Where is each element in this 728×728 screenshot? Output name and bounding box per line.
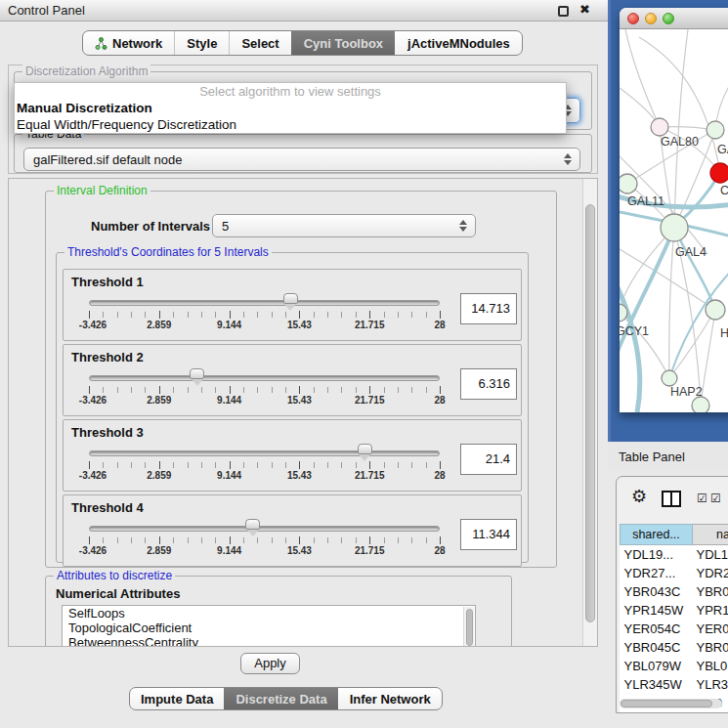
network-node-red-selected[interactable] bbox=[710, 163, 728, 183]
tab-label: Select bbox=[241, 36, 278, 51]
table-cell[interactable]: YER0 bbox=[693, 620, 728, 638]
table-row[interactable]: YBL079WYBL0 bbox=[621, 657, 728, 675]
table-data-combobox[interactable]: galFiltered.sif default node bbox=[23, 148, 580, 171]
network-node-hap2[interactable] bbox=[662, 370, 677, 386]
table-cell[interactable]: YBR0 bbox=[693, 638, 728, 657]
float-window-icon[interactable] bbox=[558, 6, 569, 17]
slider-thumb[interactable] bbox=[190, 368, 204, 379]
network-node-gal4[interactable] bbox=[661, 214, 688, 241]
table-cell[interactable]: YLR345W bbox=[621, 675, 693, 694]
gear-icon[interactable]: ⚙ bbox=[631, 486, 647, 507]
checkbox-icon[interactable]: ☑ bbox=[697, 492, 707, 505]
table-cell[interactable]: YDL1 bbox=[693, 545, 728, 564]
threshold-2-value-field[interactable]: 6.316 bbox=[460, 368, 517, 400]
threshold-1-value-field[interactable]: 14.713 bbox=[460, 293, 517, 324]
close-icon[interactable]: ✖ bbox=[579, 2, 590, 17]
dropdown-option-manual-discretization[interactable]: Manual Discretization bbox=[15, 100, 566, 116]
minimize-traffic-light-icon[interactable] bbox=[645, 13, 657, 24]
tick-label: 2.859 bbox=[147, 395, 171, 406]
slider-thumb[interactable] bbox=[283, 293, 298, 304]
table-cell[interactable]: YLR3 bbox=[693, 675, 728, 694]
tab-impute-data[interactable]: Impute Data bbox=[130, 688, 224, 709]
column-header-name[interactable]: na bbox=[693, 525, 728, 545]
threshold-3-value-field[interactable]: 21.4 bbox=[460, 444, 517, 475]
slider-track[interactable] bbox=[89, 375, 440, 381]
slider-track[interactable] bbox=[89, 450, 440, 456]
tab-infer-network[interactable]: Infer Network bbox=[338, 688, 442, 709]
attribute-list-item[interactable]: TopologicalCoefficient bbox=[63, 621, 475, 635]
slider-track[interactable] bbox=[89, 526, 440, 532]
network-window-titlebar[interactable] bbox=[620, 8, 728, 29]
network-node-h[interactable] bbox=[706, 300, 725, 320]
table-cell[interactable]: YBL0 bbox=[693, 657, 728, 675]
tab-style[interactable]: Style bbox=[174, 31, 229, 55]
checkbox-icon[interactable]: ☑ bbox=[710, 492, 721, 505]
table-row[interactable]: YER054CYER0 bbox=[621, 620, 728, 638]
network-node-gal11[interactable] bbox=[620, 174, 637, 193]
tab-jactivemnodules[interactable]: jActiveMNodules bbox=[395, 31, 522, 55]
network-node-gal80[interactable] bbox=[651, 118, 668, 136]
table-cell[interactable]: YBL079W bbox=[621, 657, 693, 675]
tab-discretize-data[interactable]: Discretize Data bbox=[224, 688, 337, 709]
attributes-group-title: Attributes to discretize bbox=[54, 569, 175, 582]
table-cell[interactable]: YDR27... bbox=[621, 564, 693, 582]
table-panel-titlebar[interactable]: Table Panel bbox=[608, 442, 728, 471]
slider-thumb[interactable] bbox=[358, 444, 372, 454]
network-node-partial[interactable] bbox=[692, 397, 709, 412]
settings-panel-scrollbar[interactable] bbox=[582, 179, 597, 646]
tick-label: 21.715 bbox=[355, 470, 385, 481]
table-cell[interactable]: YER054C bbox=[621, 620, 693, 638]
table-cell[interactable]: YDR2 bbox=[693, 564, 728, 582]
slider-thumb[interactable] bbox=[245, 519, 260, 530]
list-scrollbar[interactable] bbox=[463, 607, 474, 647]
thresholds-group-title: Threshold's Coordinates for 5 Intervals bbox=[64, 245, 272, 259]
network-canvas[interactable]: GAL80 GA C GAL11 GAL4 GCY1 H HAP2 bbox=[620, 29, 728, 412]
dropdown-placeholder-item[interactable]: Select algorithm to view settings bbox=[15, 83, 566, 100]
table-row[interactable]: YPR145WYPR1 bbox=[621, 601, 728, 620]
attribute-list-item[interactable]: BetweennessCentrality bbox=[63, 635, 475, 647]
algorithm-dropdown-popup: Select algorithm to view settings Manual… bbox=[14, 82, 567, 134]
tick-label: 15.43 bbox=[287, 395, 312, 406]
attribute-list-item[interactable]: SelfLoops bbox=[63, 606, 475, 621]
number-of-intervals-spinner[interactable]: 5 bbox=[212, 214, 476, 237]
table-cell[interactable]: YBR0 bbox=[693, 582, 728, 601]
tab-label: Cyni Toolbox bbox=[304, 36, 383, 51]
table-row[interactable]: YDL19...YDL1 bbox=[621, 545, 728, 564]
table-row[interactable]: YDR27...YDR2 bbox=[621, 564, 728, 582]
tick-label: 21.715 bbox=[355, 320, 385, 330]
table-toolbar: ⚙ ☑ ☑ bbox=[617, 477, 728, 522]
threshold-box-4: Threshold 4 -3.426 2.859 9.144 15.43 21.… bbox=[63, 494, 522, 567]
screen: Control Panel ✖ NetworkStyleSelectCyni T… bbox=[0, 0, 728, 728]
table-cell[interactable]: YDL19... bbox=[621, 545, 693, 564]
node-label: GAL4 bbox=[675, 245, 707, 259]
table-row[interactable]: YBR043CYBR0 bbox=[621, 582, 728, 601]
threshold-4-value-field[interactable]: 11.344 bbox=[460, 519, 517, 550]
tick-label: 28 bbox=[434, 395, 445, 406]
tick-label: -3.426 bbox=[79, 395, 107, 406]
table-cell[interactable]: YPR145W bbox=[621, 601, 693, 620]
tick-label: 15.43 bbox=[287, 320, 312, 330]
dropdown-option-equal-width-frequency[interactable]: Equal Width/Frequency Discretization bbox=[15, 116, 566, 133]
slider-track[interactable] bbox=[89, 300, 440, 306]
number-of-intervals-label: Number of Intervals bbox=[91, 219, 210, 234]
tick-label: 28 bbox=[434, 320, 445, 330]
split-column-icon[interactable] bbox=[662, 491, 681, 507]
table-cell[interactable]: YBR045C bbox=[621, 638, 693, 657]
tick-label: 15.43 bbox=[287, 545, 312, 556]
tab-select[interactable]: Select bbox=[229, 31, 290, 55]
table-row[interactable]: YLR345WYLR3 bbox=[621, 675, 728, 694]
tab-cyni-toolbox[interactable]: Cyni Toolbox bbox=[291, 31, 395, 55]
threshold-box-1: Threshold 1 -3.426 2.859 9.144 15.43 21.… bbox=[63, 269, 522, 341]
zoom-traffic-light-icon[interactable] bbox=[663, 13, 674, 24]
control-panel-titlebar[interactable]: Control Panel ✖ bbox=[0, 0, 608, 21]
tab-label: Network bbox=[112, 36, 162, 51]
table-hscrollbar[interactable] bbox=[620, 699, 722, 708]
close-traffic-light-icon[interactable] bbox=[627, 13, 639, 24]
network-node-ga[interactable] bbox=[707, 121, 724, 139]
table-row[interactable]: YBR045CYBR0 bbox=[621, 638, 728, 657]
table-cell[interactable]: YPR1 bbox=[693, 601, 728, 620]
apply-button[interactable]: Apply bbox=[240, 653, 300, 674]
table-cell[interactable]: YBR043C bbox=[621, 582, 693, 601]
tab-network[interactable]: Network bbox=[83, 31, 174, 55]
column-header-shared-name[interactable]: shared... bbox=[621, 525, 693, 545]
